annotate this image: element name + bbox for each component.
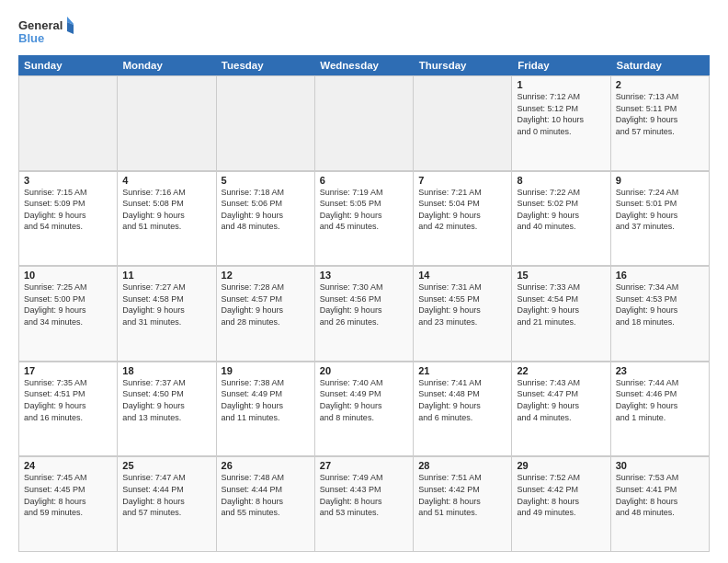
day-info-15: Sunrise: 7:33 AMSunset: 4:54 PMDaylight:…	[517, 282, 605, 327]
day-cell-30: 30Sunrise: 7:53 AMSunset: 4:41 PMDayligh…	[611, 457, 710, 552]
day-number-2: 2	[616, 79, 704, 90]
day-cell-18: 18Sunrise: 7:37 AMSunset: 4:50 PMDayligh…	[118, 362, 216, 457]
header: General Blue	[18, 15, 710, 48]
calendar: SundayMondayTuesdayWednesdayThursdayFrid…	[18, 55, 710, 552]
day-info-13: Sunrise: 7:30 AMSunset: 4:56 PMDaylight:…	[320, 282, 408, 327]
day-number-22: 22	[517, 365, 605, 376]
header-day-thursday: Thursday	[414, 55, 512, 75]
day-number-20: 20	[320, 365, 408, 376]
day-cell-20: 20Sunrise: 7:40 AMSunset: 4:49 PMDayligh…	[315, 362, 414, 457]
day-info-10: Sunrise: 7:25 AMSunset: 5:00 PMDaylight:…	[24, 282, 112, 327]
day-number-1: 1	[517, 79, 605, 90]
day-number-8: 8	[517, 175, 605, 186]
day-cell-15: 15Sunrise: 7:33 AMSunset: 4:54 PMDayligh…	[512, 267, 610, 362]
day-cell-9: 9Sunrise: 7:24 AMSunset: 5:01 PMDaylight…	[611, 172, 710, 267]
day-cell-22: 22Sunrise: 7:43 AMSunset: 4:47 PMDayligh…	[512, 362, 610, 457]
day-number-16: 16	[616, 270, 704, 281]
header-day-saturday: Saturday	[611, 55, 710, 75]
empty-cell	[315, 76, 414, 171]
calendar-header: SundayMondayTuesdayWednesdayThursdayFrid…	[18, 55, 710, 75]
day-number-5: 5	[222, 175, 310, 186]
day-cell-12: 12Sunrise: 7:28 AMSunset: 4:57 PMDayligh…	[217, 267, 315, 362]
day-info-26: Sunrise: 7:48 AMSunset: 4:44 PMDaylight:…	[222, 472, 310, 518]
day-info-7: Sunrise: 7:21 AMSunset: 5:04 PMDaylight:…	[418, 187, 506, 233]
day-info-24: Sunrise: 7:45 AMSunset: 4:45 PMDaylight:…	[24, 472, 112, 518]
day-cell-14: 14Sunrise: 7:31 AMSunset: 4:55 PMDayligh…	[414, 267, 512, 362]
day-number-14: 14	[418, 270, 506, 281]
day-number-13: 13	[320, 270, 408, 281]
day-number-23: 23	[616, 365, 704, 376]
day-cell-26: 26Sunrise: 7:48 AMSunset: 4:44 PMDayligh…	[217, 457, 315, 552]
day-number-21: 21	[418, 365, 506, 376]
day-info-25: Sunrise: 7:47 AMSunset: 4:44 PMDaylight:…	[122, 472, 210, 518]
day-info-23: Sunrise: 7:44 AMSunset: 4:46 PMDaylight:…	[616, 377, 704, 423]
day-info-3: Sunrise: 7:15 AMSunset: 5:09 PMDaylight:…	[24, 187, 112, 233]
day-cell-29: 29Sunrise: 7:52 AMSunset: 4:42 PMDayligh…	[512, 457, 610, 552]
day-info-28: Sunrise: 7:51 AMSunset: 4:42 PMDaylight:…	[418, 472, 506, 518]
day-cell-17: 17Sunrise: 7:35 AMSunset: 4:51 PMDayligh…	[19, 362, 118, 457]
day-info-6: Sunrise: 7:19 AMSunset: 5:05 PMDaylight:…	[320, 187, 408, 233]
day-number-19: 19	[222, 365, 310, 376]
svg-text:General: General	[18, 18, 63, 32]
day-info-30: Sunrise: 7:53 AMSunset: 4:41 PMDaylight:…	[616, 472, 704, 518]
day-number-28: 28	[418, 460, 506, 471]
day-cell-13: 13Sunrise: 7:30 AMSunset: 4:56 PMDayligh…	[315, 267, 414, 362]
day-number-26: 26	[222, 460, 310, 471]
day-number-4: 4	[122, 175, 210, 186]
day-number-18: 18	[122, 365, 210, 376]
header-day-monday: Monday	[117, 55, 215, 75]
day-cell-2: 2Sunrise: 7:13 AMSunset: 5:11 PMDaylight…	[611, 76, 710, 171]
day-cell-21: 21Sunrise: 7:41 AMSunset: 4:48 PMDayligh…	[414, 362, 512, 457]
day-info-16: Sunrise: 7:34 AMSunset: 4:53 PMDaylight:…	[616, 282, 704, 327]
day-number-12: 12	[222, 270, 310, 281]
calendar-row-5: 24Sunrise: 7:45 AMSunset: 4:45 PMDayligh…	[18, 456, 710, 552]
day-number-3: 3	[24, 175, 112, 186]
day-info-4: Sunrise: 7:16 AMSunset: 5:08 PMDaylight:…	[122, 187, 210, 233]
calendar-row-4: 17Sunrise: 7:35 AMSunset: 4:51 PMDayligh…	[18, 362, 710, 457]
day-number-24: 24	[24, 460, 112, 471]
empty-cell	[217, 76, 315, 171]
day-cell-7: 7Sunrise: 7:21 AMSunset: 5:04 PMDaylight…	[414, 172, 512, 267]
day-info-14: Sunrise: 7:31 AMSunset: 4:55 PMDaylight:…	[418, 282, 506, 327]
svg-text:Blue: Blue	[18, 31, 44, 45]
day-cell-10: 10Sunrise: 7:25 AMSunset: 5:00 PMDayligh…	[19, 267, 118, 362]
day-info-18: Sunrise: 7:37 AMSunset: 4:50 PMDaylight:…	[122, 377, 210, 423]
day-number-27: 27	[320, 460, 408, 471]
day-number-10: 10	[24, 270, 112, 281]
day-info-20: Sunrise: 7:40 AMSunset: 4:49 PMDaylight:…	[320, 377, 408, 423]
day-cell-24: 24Sunrise: 7:45 AMSunset: 4:45 PMDayligh…	[19, 457, 118, 552]
header-day-friday: Friday	[512, 55, 610, 75]
logo-svg: General Blue	[18, 15, 74, 48]
day-cell-27: 27Sunrise: 7:49 AMSunset: 4:43 PMDayligh…	[315, 457, 414, 552]
day-number-25: 25	[122, 460, 210, 471]
day-cell-3: 3Sunrise: 7:15 AMSunset: 5:09 PMDaylight…	[19, 172, 118, 267]
logo: General Blue	[18, 15, 74, 48]
day-number-11: 11	[122, 270, 210, 281]
day-cell-8: 8Sunrise: 7:22 AMSunset: 5:02 PMDaylight…	[512, 172, 610, 267]
day-info-2: Sunrise: 7:13 AMSunset: 5:11 PMDaylight:…	[616, 91, 704, 137]
calendar-row-1: 1Sunrise: 7:12 AMSunset: 5:12 PMDaylight…	[18, 75, 710, 171]
calendar-row-2: 3Sunrise: 7:15 AMSunset: 5:09 PMDaylight…	[18, 171, 710, 267]
day-info-8: Sunrise: 7:22 AMSunset: 5:02 PMDaylight:…	[517, 187, 605, 233]
day-info-12: Sunrise: 7:28 AMSunset: 4:57 PMDaylight:…	[222, 282, 310, 327]
day-number-29: 29	[517, 460, 605, 471]
header-day-wednesday: Wednesday	[314, 55, 413, 75]
day-info-1: Sunrise: 7:12 AMSunset: 5:12 PMDaylight:…	[517, 91, 605, 137]
day-info-5: Sunrise: 7:18 AMSunset: 5:06 PMDaylight:…	[222, 187, 310, 233]
day-info-19: Sunrise: 7:38 AMSunset: 4:49 PMDaylight:…	[222, 377, 310, 423]
day-number-15: 15	[517, 270, 605, 281]
calendar-body: 1Sunrise: 7:12 AMSunset: 5:12 PMDaylight…	[18, 75, 710, 552]
day-cell-11: 11Sunrise: 7:27 AMSunset: 4:58 PMDayligh…	[118, 267, 216, 362]
day-info-29: Sunrise: 7:52 AMSunset: 4:42 PMDaylight:…	[517, 472, 605, 518]
header-day-sunday: Sunday	[18, 55, 117, 75]
day-cell-25: 25Sunrise: 7:47 AMSunset: 4:44 PMDayligh…	[118, 457, 216, 552]
day-info-22: Sunrise: 7:43 AMSunset: 4:47 PMDaylight:…	[517, 377, 605, 423]
day-cell-19: 19Sunrise: 7:38 AMSunset: 4:49 PMDayligh…	[217, 362, 315, 457]
day-number-6: 6	[320, 175, 408, 186]
header-day-tuesday: Tuesday	[216, 55, 314, 75]
day-cell-16: 16Sunrise: 7:34 AMSunset: 4:53 PMDayligh…	[611, 267, 710, 362]
day-info-17: Sunrise: 7:35 AMSunset: 4:51 PMDaylight:…	[24, 377, 112, 423]
day-cell-5: 5Sunrise: 7:18 AMSunset: 5:06 PMDaylight…	[217, 172, 315, 267]
day-number-7: 7	[418, 175, 506, 186]
empty-cell	[414, 76, 512, 171]
